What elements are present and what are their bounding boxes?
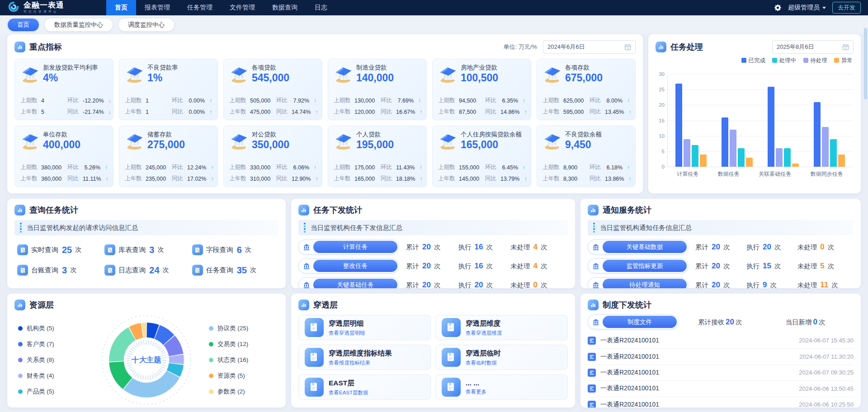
task-pill-关键基础数据[interactable]: 关键基础数据 [588, 239, 688, 254]
task-pill-计算任务[interactable]: 计算任务 [298, 239, 399, 254]
stat-total: 累计 20 次 [695, 243, 746, 252]
nav-item-数据查询[interactable]: 数据查询 [264, 0, 306, 15]
go-develop-button[interactable]: 去开发 [832, 2, 861, 14]
bar-异常[interactable] [792, 164, 799, 167]
indicator-card[interactable]: 各项存款 675,000 上期数625,000环比8.00%↑ 上年数595,0… [537, 59, 636, 120]
policy-row[interactable]: 一表通R2024100101 2024-06-07 11:30:20 [588, 348, 854, 364]
indicator-year-row: 上年数5同比-21.74%↓ [20, 108, 108, 116]
donut-slice-机构类[interactable] [147, 330, 157, 332]
nav-item-任务管理[interactable]: 任务管理 [179, 0, 221, 15]
indicator-value: 675,000 [565, 72, 603, 84]
indicator-card[interactable]: 制造业贷款 140,000 上期数130,000环比7.69%↑ 上年数120,… [328, 59, 427, 120]
arrow-up-icon: ↑ [208, 164, 213, 171]
query-item-任务查询[interactable]: 任务查询 35 次 [192, 265, 276, 276]
query-count: 24 [149, 265, 159, 276]
indicator-card[interactable]: 对公贷款 350,000 上期数330,000环比6.06%↑ 上年数310,0… [223, 126, 322, 187]
query-item-库表查询[interactable]: 库表查询 3 次 [104, 244, 188, 255]
donut-slice-关系类[interactable] [169, 341, 176, 355]
nav-item-日志[interactable]: 日志 [306, 0, 336, 15]
legend-已完成[interactable]: 已完成 [741, 57, 766, 65]
indicator-value: 140,000 [356, 72, 394, 84]
policy-row[interactable]: 一表通R2024100101 2024-06-06 10:25:50 [588, 397, 854, 407]
indicator-card[interactable]: 房地产业贷款 100,500 上期数94,500环比6.35%↑ 上年数87,5… [432, 59, 531, 120]
bar-处理中[interactable] [784, 148, 791, 167]
nav-item-报表管理[interactable]: 报表管理 [136, 0, 179, 15]
policy-row[interactable]: 一表通R2024100101 2024-06-07 15:45:30 [588, 332, 854, 348]
penetration-link[interactable]: 查看维度指标结果 [329, 360, 392, 366]
penetration-link[interactable]: 查看穿透层明细 [329, 330, 365, 337]
bar-已完成[interactable] [722, 117, 728, 167]
bar-处理中[interactable] [692, 145, 698, 167]
legend-异常[interactable]: 异常 [834, 57, 853, 65]
penetration-link[interactable]: 查看临时数据 [466, 360, 501, 366]
vertical-scrollbar[interactable] [864, 28, 867, 99]
bar-待处理[interactable] [822, 127, 829, 167]
bar-异常[interactable] [700, 154, 707, 167]
bank-3d-icon [334, 64, 354, 84]
query-item-日志查询[interactable]: 日志查询 24 次 [104, 265, 188, 276]
bar-已完成[interactable] [814, 102, 821, 167]
date-picker[interactable]: 2024年6月6日 31 [543, 40, 636, 54]
indicator-card[interactable]: 各项贷款 545,000 上期数505,000环比7.92%↑ 上年数475,0… [223, 59, 322, 120]
donut-legend-left: 机构类 (5)客户类 (7)关系类 (8)财务类 (4)产品类 (5) [18, 324, 84, 396]
settings-gear-icon[interactable] [774, 4, 782, 11]
penetration-link[interactable]: 查看更多 [466, 389, 486, 395]
task-pill-整改任务[interactable]: 整改任务 [298, 258, 399, 273]
bar-处理中[interactable] [830, 139, 837, 167]
query-item-台账查询[interactable]: 台账查询 3 次 [17, 265, 101, 276]
query-item-字段查询[interactable]: 字段查询 6 次 [192, 244, 276, 255]
penetration-card-穿透层明细[interactable]: 穿透层明细 查看穿透层明细 [298, 315, 431, 340]
nav-item-首页[interactable]: 首页 [106, 0, 136, 15]
panel-query-stats: 查询任务统计 当日监管机构发起的请求访问信息汇总 实时查询 25 次 库表查询 … [7, 199, 286, 288]
penetration-card-穿透层维度[interactable]: 穿透层维度 查看穿透层维度 [435, 315, 568, 340]
indicator-card[interactable]: 个人住房按揭贷款余额 165,000 上期数155,000环比6.45%↑ 上年… [432, 126, 531, 187]
bar-待处理[interactable] [684, 139, 690, 167]
query-item-实时查询[interactable]: 实时查询 25 次 [17, 244, 101, 255]
penetration-card-穿透层临时[interactable]: 穿透层临时 查看临时数据 [435, 345, 568, 370]
bar-异常[interactable] [746, 158, 753, 167]
x-tick: 数据任务 [718, 170, 740, 178]
stat-exec: 执行 15 次 [746, 262, 797, 271]
donut-slice-客户类[interactable] [157, 332, 169, 340]
nav-item-文件管理[interactable]: 文件管理 [221, 0, 264, 15]
bar-处理中[interactable] [738, 148, 745, 167]
tab-数据质量监控中心[interactable]: 数据质量监控中心 [45, 19, 113, 31]
penetration-card-穿透层维度指标结果[interactable]: 穿透层维度指标结果 查看维度指标结果 [298, 345, 431, 370]
task-pill-待处理通知[interactable]: 待处理通知 [588, 277, 688, 288]
donut-slice-参数类[interactable] [142, 330, 146, 331]
donut-slice-财务类[interactable] [176, 356, 177, 363]
bar-待处理[interactable] [730, 130, 736, 167]
task-pill-关键基础任务[interactable]: 关键基础任务 [298, 277, 399, 288]
donut-slice-资源类[interactable] [132, 330, 142, 333]
policy-file-time: 2024-06-07 09:30:25 [799, 369, 854, 376]
penetration-card-... ...[interactable]: ... ... 查看更多 [435, 375, 568, 400]
indicator-card[interactable]: 储蓄存款 275,000 上期数245,000环比12.24%↑ 上年数235,… [119, 126, 218, 187]
indicator-card[interactable]: 单位存款 400,000 上期数380,000环比5.26%↑ 上年数360,0… [14, 126, 113, 187]
donut-slice-产品类[interactable] [173, 364, 176, 374]
penetration-link[interactable]: 查看穿透层维度 [466, 330, 502, 337]
task-pill-label: 计算任务 [313, 241, 397, 253]
task-pill-监管指标更新[interactable]: 监管指标更新 [588, 258, 688, 273]
legend-处理中[interactable]: 处理中 [772, 57, 797, 65]
indicator-card[interactable]: 新发放贷款平均利率 4% 上期数4环比-12.20%↓ 上年数5同比-21.74… [14, 59, 113, 120]
date-picker[interactable]: 2025年8月6日 31 [772, 40, 854, 54]
panel-resource-layer: 资源层 机构类 (5)客户类 (7)关系类 (8)财务类 (4)产品类 (5) … [7, 294, 286, 407]
tab-首页[interactable]: 首页 [8, 19, 39, 31]
bar-已完成[interactable] [768, 87, 774, 167]
bar-待处理[interactable] [776, 148, 783, 167]
bar-异常[interactable] [838, 154, 845, 167]
tab-调度监控中心[interactable]: 调度监控中心 [118, 19, 174, 31]
bar-已完成[interactable] [675, 84, 682, 167]
user-dropdown[interactable]: 超级管理员 [788, 4, 826, 12]
legend-待处理[interactable]: 待处理 [803, 57, 828, 65]
policy-file-pill[interactable]: 制度文件 [588, 314, 678, 329]
indicator-card[interactable]: 个人贷款 195,000 上期数175,000环比11.43%↑ 上年数165,… [328, 126, 427, 187]
policy-row[interactable]: 一表通R2024100101 2024-06-07 09:30:25 [588, 365, 854, 380]
bar-group-数据任务 [722, 75, 753, 167]
penetration-link[interactable]: 查看EAST层数据 [329, 389, 368, 396]
panel-subtitle-strip: 当日监管机构任务下发信息汇总 [298, 220, 568, 235]
indicator-card[interactable]: 不良贷款率 1% 上期数1环比0.00%↑ 上年数1同比0.00%↑ [119, 59, 218, 120]
penetration-card-EAST层[interactable]: EAST层 查看EAST层数据 [298, 375, 431, 400]
policy-row[interactable]: 一表通R2024100101 2024-06-06 13:50:45 [588, 380, 854, 396]
indicator-card[interactable]: 不良贷款余额 9,450 上期数8,900环比6.18%↑ 上年数8,300同比… [537, 126, 636, 187]
